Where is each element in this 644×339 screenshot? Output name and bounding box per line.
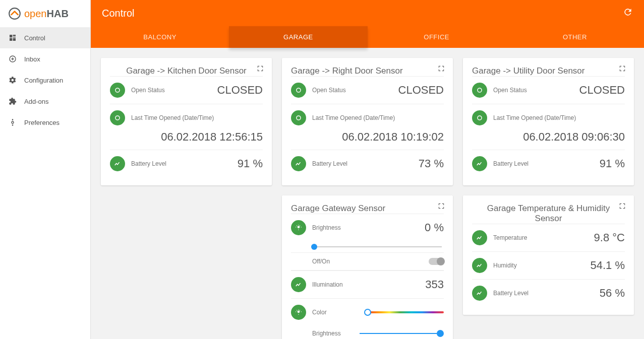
sliders-icon — [8, 118, 17, 127]
circle-o-icon — [472, 110, 487, 125]
svg-point-0 — [9, 8, 20, 19]
circle-o-icon — [110, 83, 125, 98]
row-label: Open Status — [131, 87, 165, 94]
chart-icon — [472, 286, 487, 301]
row-label: Battery Level — [131, 160, 166, 167]
chart-icon — [472, 156, 487, 171]
row-value: 73 % — [419, 157, 444, 170]
tab-other[interactable]: OTHER — [506, 26, 644, 48]
row-value: 91 % — [238, 157, 263, 170]
plus-circle-icon — [8, 54, 17, 63]
row-label: Color — [312, 309, 327, 316]
circle-o-icon — [472, 83, 487, 98]
row-label: Battery Level — [493, 290, 529, 297]
chart-icon — [110, 156, 125, 171]
sidebar: openHAB Control Inbox Configuration Add-… — [0, 0, 91, 339]
row-label: Brightness — [312, 330, 352, 337]
header: Control BALCONY GARAGE OFFICE OTHER — [91, 0, 644, 48]
sidebar-item-addons[interactable]: Add-ons — [0, 91, 90, 112]
row-value: 56 % — [600, 287, 625, 300]
card-utility-door: Garage -> Utility Door Sensor Open Statu… — [463, 58, 634, 185]
card-title: Garage Gateway Sensor — [291, 204, 444, 214]
row-label: Brightness — [312, 224, 341, 231]
dashboard-icon — [8, 33, 17, 42]
circle-o-icon — [291, 83, 306, 98]
puzzle-icon — [8, 97, 17, 106]
svg-point-9 — [297, 88, 301, 92]
row-label: Last Time Opened (Date/Time) — [312, 114, 395, 121]
svg-rect-4 — [10, 38, 12, 41]
svg-point-11 — [298, 226, 300, 229]
row-value: 54.1 % — [591, 259, 625, 272]
gear-icon — [8, 76, 17, 85]
svg-point-14 — [478, 116, 482, 120]
sidebar-item-control[interactable]: Control — [0, 27, 90, 48]
brand-text: openHAB — [24, 8, 69, 20]
chart-icon — [291, 156, 306, 171]
sidebar-item-label: Control — [24, 34, 45, 42]
row-value: 06.02.2018 09:06:30 — [472, 130, 625, 144]
tab-office[interactable]: OFFICE — [368, 26, 506, 48]
expand-icon[interactable] — [257, 65, 265, 73]
row-value: 06.02.2018 10:19:02 — [291, 130, 444, 144]
row-label: Illumination — [312, 281, 343, 288]
svg-point-12 — [298, 311, 300, 313]
expand-icon[interactable] — [438, 202, 446, 211]
refresh-button[interactable] — [623, 7, 633, 19]
row-value: 0 % — [425, 221, 444, 234]
brightness-slider-2[interactable] — [360, 333, 440, 334]
svg-rect-1 — [10, 35, 12, 37]
card-temp-humidity: Garage Temperature & Humidity Sensor Tem… — [463, 195, 634, 315]
row-value: 06.02.2018 12:56:15 — [110, 130, 263, 144]
openhab-logo-icon — [8, 7, 21, 20]
page-title: Control — [102, 8, 134, 19]
svg-point-10 — [297, 116, 301, 120]
expand-icon[interactable] — [619, 65, 627, 73]
sidebar-item-label: Inbox — [24, 55, 40, 63]
chart-icon — [472, 230, 487, 245]
bulb-icon — [291, 220, 306, 235]
row-value: 353 — [425, 278, 444, 291]
svg-rect-5 — [13, 38, 16, 41]
expand-icon[interactable] — [619, 202, 627, 211]
color-slider[interactable] — [368, 311, 444, 313]
svg-rect-3 — [13, 37, 16, 37]
sidebar-item-label: Add-ons — [24, 98, 48, 105]
card-title: Garage -> Utility Door Sensor — [472, 66, 625, 76]
svg-point-8 — [115, 116, 120, 120]
row-label: Last Time Opened (Date/Time) — [493, 114, 576, 121]
brand-logo: openHAB — [0, 0, 90, 27]
brightness-slider[interactable] — [314, 246, 442, 247]
row-label: Battery Level — [493, 160, 529, 167]
row-label: Humidity — [493, 262, 517, 269]
sidebar-item-label: Configuration — [24, 77, 63, 84]
svg-point-7 — [115, 88, 120, 92]
row-label: Open Status — [312, 87, 346, 94]
sidebar-item-inbox[interactable]: Inbox — [0, 48, 90, 70]
row-value: 91 % — [600, 157, 625, 170]
chart-icon — [472, 258, 487, 273]
sidebar-item-configuration[interactable]: Configuration — [0, 70, 90, 91]
off-on-toggle[interactable] — [429, 258, 444, 265]
row-value: CLOSED — [579, 84, 625, 97]
svg-rect-2 — [13, 35, 16, 36]
circle-o-icon — [291, 110, 306, 125]
row-label: Temperature — [493, 234, 527, 241]
row-value: 9.8 °C — [594, 231, 625, 244]
chart-icon — [291, 277, 306, 292]
svg-point-13 — [478, 88, 482, 92]
tab-balcony[interactable]: BALCONY — [91, 26, 229, 48]
main-content: Control BALCONY GARAGE OFFICE OTHER Gara… — [91, 0, 644, 339]
row-label: Open Status — [493, 87, 527, 94]
expand-icon[interactable] — [438, 65, 446, 73]
card-title: Garage Temperature & Humidity Sensor — [472, 204, 625, 224]
row-value: CLOSED — [217, 84, 263, 97]
card-kitchen-door: Garage -> Kitchen Door Sensor Open Statu… — [101, 58, 272, 185]
card-gateway: Garage Gateway Sensor Brightness 0 % Off… — [282, 195, 453, 339]
sidebar-item-preferences[interactable]: Preferences — [0, 112, 90, 133]
circle-o-icon — [110, 110, 125, 125]
row-label: Last Time Opened (Date/Time) — [131, 114, 214, 121]
sidebar-item-label: Preferences — [24, 119, 60, 126]
row-label: Off/On — [312, 258, 423, 265]
tab-garage[interactable]: GARAGE — [229, 26, 367, 48]
